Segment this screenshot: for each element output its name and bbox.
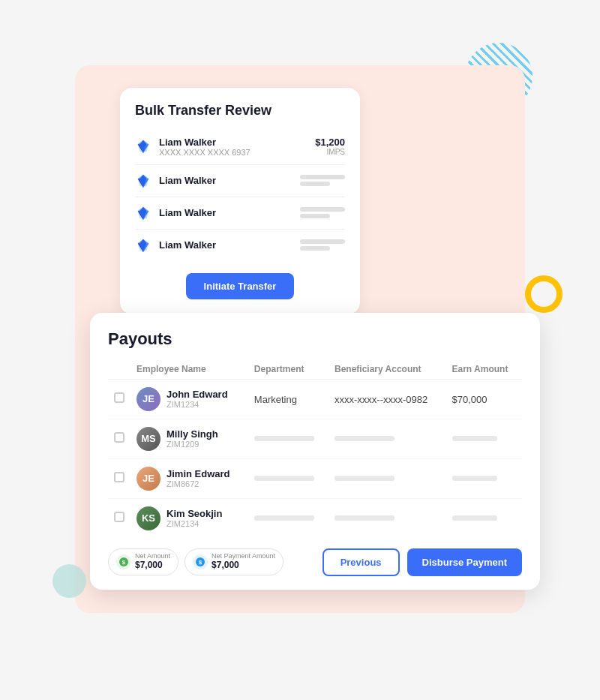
col-earn-amount: Earn Amount — [446, 359, 522, 380]
transfer-name: Liam Walker — [159, 239, 300, 251]
employee-name: Jimin Edward — [166, 468, 230, 479]
bulk-transfer-card: Bulk Transfer Review Liam Walker XXXX XX… — [120, 88, 360, 314]
amount-cell — [446, 458, 522, 498]
table-row: KS Kim Seokjin ZIM2134 — [108, 498, 522, 538]
transfer-amount: $1,200 IMPS — [315, 137, 345, 156]
employee-info: Jimin Edward ZIM8672 — [166, 468, 230, 488]
placeholder — [452, 436, 497, 441]
avatar: KS — [136, 506, 160, 530]
employee-cell: KS Kim Seokjin ZIM2134 — [130, 498, 248, 538]
placeholder-line — [300, 175, 345, 179]
transfer-account: XXXX XXXX XXXX 6937 — [159, 148, 315, 157]
gem-icon — [135, 138, 152, 155]
net-payment-info: Net Payment Amount $7,000 — [212, 553, 275, 570]
gem-icon — [135, 173, 152, 189]
placeholder-lines — [300, 175, 345, 186]
net-amount-badge: $ Net Amount $7,000 — [108, 548, 178, 575]
placeholder-line — [300, 182, 330, 186]
placeholder-line — [300, 239, 345, 244]
employee-info: Kim Seokjin ZIM2134 — [166, 508, 222, 528]
table-footer: $ Net Amount $7,000 $ — [108, 548, 522, 576]
net-amount-label: Net Amount — [135, 553, 170, 560]
row-checkbox[interactable] — [114, 472, 124, 482]
previous-button[interactable]: Previous — [322, 548, 400, 576]
department-cell — [248, 498, 328, 538]
net-payment-value: $7,000 — [212, 560, 239, 570]
department-cell — [248, 419, 328, 458]
footer-badges: $ Net Amount $7,000 $ — [108, 548, 284, 575]
placeholder — [254, 436, 314, 441]
account-value: xxxx-xxxx--xxxx-0982 — [334, 394, 428, 405]
account-cell — [328, 498, 446, 538]
employee-info: Milly Singh ZIM1209 — [166, 428, 218, 449]
employee-id: ZIM2134 — [166, 519, 222, 528]
svg-text:$: $ — [122, 559, 126, 566]
payouts-title: Payouts — [108, 329, 522, 349]
placeholder-line — [300, 207, 345, 212]
transfer-amount-type: IMPS — [315, 148, 345, 156]
payouts-table: Employee Name Department Beneficiary Acc… — [108, 359, 522, 538]
placeholder — [452, 476, 497, 481]
transfer-info: Liam Walker — [159, 239, 300, 251]
transfer-info: Liam Walker XXXX XXXX XXXX 6937 — [159, 137, 315, 157]
initiate-transfer-button[interactable]: Initiate Transfer — [186, 273, 295, 299]
payment-icon: $ — [196, 557, 205, 566]
disburse-payment-button[interactable]: Disburse Payment — [407, 548, 522, 576]
department-value: Marketing — [254, 394, 297, 405]
transfer-name: Liam Walker — [159, 207, 300, 218]
table-row: JE Jimin Edward ZIM8672 — [108, 458, 522, 498]
employee-id: ZIM8672 — [166, 479, 230, 488]
net-amount-icon: $ — [116, 554, 131, 569]
employee-id: ZIM1209 — [166, 440, 218, 449]
employee-cell: JE John Edward ZIM1234 — [130, 379, 248, 419]
department-cell — [248, 458, 328, 498]
employee-name: John Edward — [166, 389, 228, 400]
net-payment-icon: $ — [193, 554, 208, 569]
avatar: JE — [136, 467, 160, 491]
net-amount-info: Net Amount $7,000 — [135, 553, 170, 570]
col-checkbox — [108, 359, 130, 380]
net-amount-value: $7,000 — [135, 560, 163, 570]
row-checkbox[interactable] — [114, 512, 124, 522]
payouts-card: Payouts Employee Name Department Benefic… — [90, 313, 540, 590]
deco-dot-circle — [52, 564, 86, 598]
amount-value: $70,000 — [452, 394, 488, 405]
placeholder — [334, 515, 394, 521]
transfer-name: Liam Walker — [159, 175, 300, 186]
bulk-transfer-title: Bulk Transfer Review — [135, 103, 345, 119]
placeholder-lines — [300, 239, 345, 251]
employee-name: Kim Seokjin — [166, 508, 222, 519]
employee-name: Milly Singh — [166, 428, 218, 440]
transfer-info: Liam Walker — [159, 175, 300, 186]
placeholder — [334, 436, 394, 441]
col-employee-name: Employee Name — [130, 359, 248, 380]
scene: Bulk Transfer Review Liam Walker XXXX XX… — [45, 43, 555, 658]
department-cell: Marketing — [248, 379, 328, 419]
amount-cell — [446, 419, 522, 458]
gem-icon — [135, 205, 152, 221]
placeholder — [254, 515, 314, 521]
table-row: MS Milly Singh ZIM1209 — [108, 419, 522, 458]
avatar: MS — [136, 427, 160, 451]
row-checkbox-cell — [108, 419, 130, 458]
employee-cell: JE Jimin Edward ZIM8672 — [130, 458, 248, 498]
amount-cell — [446, 498, 522, 538]
placeholder-line — [300, 214, 330, 218]
row-checkbox-cell — [108, 498, 130, 538]
transfer-row: Liam Walker — [135, 197, 345, 230]
employee-info: John Edward ZIM1234 — [166, 389, 228, 409]
placeholder — [334, 476, 394, 481]
placeholder — [452, 515, 497, 521]
row-checkbox[interactable] — [114, 432, 124, 443]
transfer-name: Liam Walker — [159, 137, 315, 148]
net-payment-badge: $ Net Payment Amount $7,000 — [184, 548, 284, 575]
table-header-row: Employee Name Department Beneficiary Acc… — [108, 359, 522, 380]
row-checkbox-cell — [108, 458, 130, 498]
employee-id: ZIM1234 — [166, 400, 228, 409]
placeholder-lines — [300, 207, 345, 218]
transfer-row: Liam Walker XXXX XXXX XXXX 6937 $1,200 I… — [135, 129, 345, 165]
net-payment-label: Net Payment Amount — [212, 553, 275, 560]
placeholder — [254, 476, 314, 481]
row-checkbox[interactable] — [114, 392, 124, 403]
placeholder-line — [300, 246, 330, 251]
